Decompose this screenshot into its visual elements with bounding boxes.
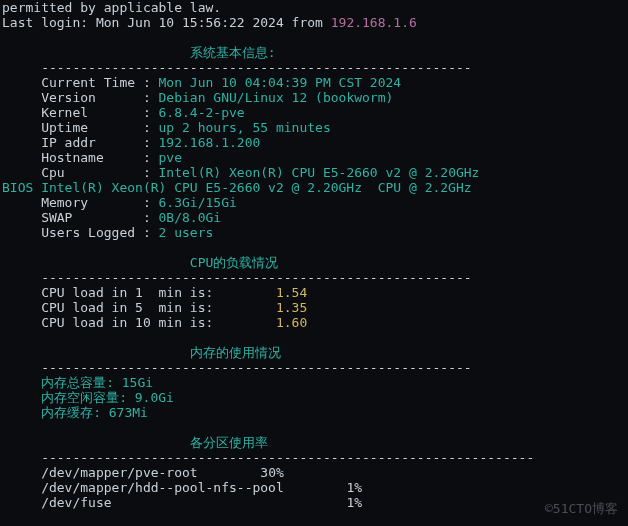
watermark: ©51CTO博客 — [545, 501, 618, 516]
sys-v-uptime: up 2 hours, 55 minutes — [159, 120, 331, 135]
sys-k-host: Hostname : — [41, 150, 158, 165]
last-login-prefix: Last login: — [2, 15, 88, 30]
sys-k-kernel: Kernel : — [41, 105, 158, 120]
sys-k-version: Version : — [41, 90, 158, 105]
header-line1: permitted by applicable law. — [2, 0, 221, 15]
sys-v-users: 2 users — [159, 225, 214, 240]
dashes: ----------------------------------------… — [41, 450, 534, 465]
sys-v-cpu: Intel(R) Xeon(R) CPU E5-2660 v2 @ 2.20GH… — [159, 165, 480, 180]
cpu-l1: CPU load in 1 min is: — [41, 285, 213, 300]
section-title-disk: 各分区使用率 — [190, 435, 268, 450]
sys-v-time: Mon Jun 10 04:04:39 PM CST 2024 — [159, 75, 402, 90]
sys-v-host: pve — [159, 150, 182, 165]
sys-k-time: Current Time : — [41, 75, 158, 90]
sys-v-swap: 0B/8.0Gi — [159, 210, 222, 225]
cpu-l5: CPU load in 5 min is: — [41, 300, 213, 315]
sys-k-mem: Memory : — [41, 195, 158, 210]
sys-k-uptime: Uptime : — [41, 120, 158, 135]
sys-v-mem: 6.3Gi/15Gi — [159, 195, 237, 210]
disk-r1-pct: 30% — [260, 465, 283, 480]
dashes: ----------------------------------------… — [41, 60, 471, 75]
mem-total: 内存总容量: 15Gi — [41, 375, 153, 390]
sys-k-cpu: Cpu : — [41, 165, 158, 180]
sys-v-kernel: 6.8.4-2-pve — [159, 105, 245, 120]
dashes: ----------------------------------------… — [41, 270, 471, 285]
disk-r1-dev: /dev/mapper/pve-root — [41, 465, 198, 480]
sys-k-swap: SWAP : — [41, 210, 158, 225]
terminal-output[interactable]: permitted by applicable law. Last login:… — [0, 0, 628, 510]
section-title-mem: 内存的使用情况 — [190, 345, 281, 360]
disk-r2-dev: /dev/mapper/hdd--pool-nfs--pool — [41, 480, 284, 495]
mem-free: 内存空闲容量: 9.0Gi — [41, 390, 174, 405]
disk-r2-pct: 1% — [346, 480, 362, 495]
disk-r3-pct: 1% — [346, 495, 362, 510]
cpu-v10: 1.60 — [276, 315, 307, 330]
cpu-v5: 1.35 — [276, 300, 307, 315]
sys-k-users: Users Logged : — [41, 225, 158, 240]
sys-bios: BIOS Intel(R) Xeon(R) CPU E5-2660 v2 @ 2… — [2, 180, 472, 195]
sys-k-ip: IP addr : — [41, 135, 158, 150]
cpu-l10: CPU load in 10 min is: — [41, 315, 213, 330]
disk-r3-dev: /dev/fuse — [41, 495, 111, 510]
last-login-ip: 192.168.1.6 — [331, 15, 417, 30]
sys-v-ip: 192.168.1.200 — [159, 135, 261, 150]
section-title-cpuload: CPU的负载情况 — [190, 255, 278, 270]
last-login-time: Mon Jun 10 15:56:22 2024 from — [88, 15, 331, 30]
dashes: ----------------------------------------… — [41, 360, 471, 375]
sys-v-version: Debian GNU/Linux 12 (bookworm) — [159, 90, 394, 105]
section-title-sysinfo: 系统基本信息: — [190, 45, 276, 60]
mem-cache: 内存缓存: 673Mi — [41, 405, 148, 420]
cpu-v1: 1.54 — [276, 285, 307, 300]
